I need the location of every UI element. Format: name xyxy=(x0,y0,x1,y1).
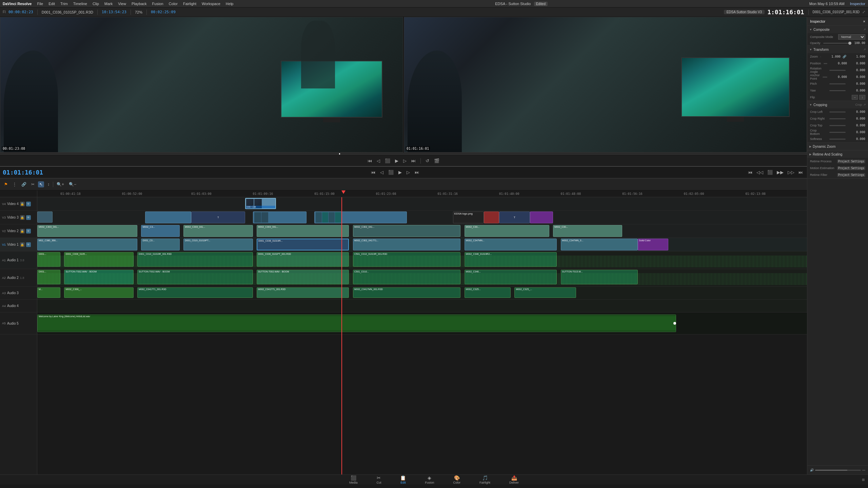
position-slider[interactable] xyxy=(824,63,827,64)
tl-snap-btn[interactable]: ⋮ xyxy=(11,181,18,187)
bottom-tab-color[interactable]: 🎨 Color xyxy=(451,474,463,486)
menu-timeline[interactable]: Timeline xyxy=(73,2,87,6)
clip-v3-2[interactable] xyxy=(145,211,191,223)
crop-bottom-slider[interactable] xyxy=(829,132,846,133)
composite-expand[interactable]: ↗ xyxy=(863,28,866,31)
dynamic-zoom-section-header[interactable]: ▶ Dynamic Zoom xyxy=(807,143,868,150)
clip-v3-quad[interactable] xyxy=(314,211,407,223)
tl-btn-prev[interactable]: ◁ xyxy=(379,169,385,176)
clip-v1-3[interactable]: D001_C019_01019PT... xyxy=(183,239,253,250)
track-content[interactable]: 01:00:41:18 01:00:52:00 01:01:03:00 01:0… xyxy=(37,190,807,474)
clip-v2-6[interactable]: M002_C30... xyxy=(465,225,549,237)
flip-v-btn[interactable]: ↕ xyxy=(859,95,865,100)
menu-edit[interactable]: Edit xyxy=(48,2,55,6)
clip-v2-3[interactable]: M002_C303_041... xyxy=(183,225,253,237)
studio-selector[interactable]: EDSA Sutton Studio V3 xyxy=(724,10,765,14)
menu-fusion[interactable]: Fusion xyxy=(152,2,163,6)
transform-expand[interactable]: ↗ xyxy=(863,48,866,51)
viewer-btn-next-mark[interactable]: ⏭ xyxy=(410,158,417,164)
app-name[interactable]: DaVinci Resolve xyxy=(3,2,32,6)
menu-fairlight[interactable]: Fairlight xyxy=(183,2,196,6)
bottom-tab-fairlight[interactable]: 🎵 Fairlight xyxy=(477,474,493,486)
clip-v1-6[interactable]: M002_C347MN... xyxy=(465,239,557,250)
clip-a3-2[interactable]: M002_C308_... xyxy=(64,287,133,298)
track-v1-lock[interactable]: 🔒 xyxy=(20,242,25,247)
clip-a3-5[interactable]: M002_C0417MN_001.R3D xyxy=(353,287,461,298)
track-v2-vis[interactable]: 👁 xyxy=(26,229,31,233)
retime-process-select[interactable]: Project Settings xyxy=(837,160,865,163)
menu-playback[interactable]: Playback xyxy=(132,2,147,6)
anchor-slider[interactable] xyxy=(823,77,827,78)
tl-btn-r4[interactable]: ⏭ xyxy=(797,169,804,176)
clip-v3-title2[interactable]: T xyxy=(499,211,530,223)
tl-btn-stop[interactable]: ⬛ xyxy=(387,169,395,176)
opacity-slider[interactable] xyxy=(823,43,852,44)
clip-a3-1[interactable]: M... xyxy=(37,287,60,298)
tl-btn-end[interactable]: ⏭ xyxy=(413,169,420,176)
menu-trim[interactable]: Trim xyxy=(60,2,68,6)
scrubber-bar[interactable] xyxy=(0,152,807,155)
softness-slider[interactable] xyxy=(829,139,846,140)
clip-v3-dark[interactable] xyxy=(484,211,499,223)
tl-cursor-btn[interactable]: ↕ xyxy=(46,181,51,187)
clip-v1-selected[interactable]: D001_C036_01019R... xyxy=(257,239,349,250)
transform-section-header[interactable]: ▼ Transform ↗ xyxy=(807,46,868,53)
crop-right-slider[interactable] xyxy=(829,118,846,119)
tl-btn-r-play[interactable]: ▶▶ xyxy=(775,169,785,176)
clip-a5-main[interactable]: Welcome by Laine King (Welcome) ArtistLi… xyxy=(37,314,676,332)
menu-color[interactable]: Color xyxy=(169,2,178,6)
clip-a3-4[interactable]: M002_C041771_001.R3D xyxy=(257,287,349,298)
menu-clip[interactable]: Clip xyxy=(93,2,99,6)
clip-v2-1[interactable]: M002_C303_041... xyxy=(37,225,137,237)
tl-btn-start[interactable]: ⏮ xyxy=(370,169,377,176)
tl-zoom-in[interactable]: 🔍+ xyxy=(55,181,65,187)
viewer-btn-stop[interactable]: ⬛ xyxy=(383,158,392,164)
flip-h-btn[interactable]: ↔ xyxy=(852,95,858,100)
viewer-btn-prev-mark[interactable]: ⏮ xyxy=(366,158,373,164)
crop-top-slider[interactable] xyxy=(829,125,846,126)
track-v1-vis[interactable]: 👁 xyxy=(26,242,31,247)
clip-v3-3[interactable] xyxy=(253,211,307,223)
zoom-slider-x[interactable] xyxy=(821,56,821,57)
clip-a3-6[interactable]: M002_C325... xyxy=(465,287,511,298)
menu-view[interactable]: View xyxy=(118,2,126,6)
cropping-expand[interactable]: ↗ xyxy=(863,103,866,106)
clip-v3-title[interactable]: T xyxy=(191,211,245,223)
track-v3-lock[interactable]: 🔒 xyxy=(20,215,25,220)
clip-v3-logo[interactable]: EDSA logo.png xyxy=(453,211,484,223)
viewer-left[interactable]: 00:01:23:08 xyxy=(0,17,403,152)
track-v2-lock[interactable]: 🔒 xyxy=(20,229,25,233)
clip-a3-3[interactable]: M002_C041771_001.R3D xyxy=(137,287,253,298)
bottom-tab-edit[interactable]: 📋 Edit xyxy=(397,474,409,486)
pitch-slider[interactable] xyxy=(829,83,846,84)
clip-v2-4[interactable]: M002_C303_041... xyxy=(257,225,349,237)
tl-flag-btn[interactable]: ⚑ xyxy=(3,181,9,187)
clip-v3-color[interactable] xyxy=(530,211,553,223)
track-v4-vis[interactable]: 👁 xyxy=(26,202,31,206)
bottom-tab-deliver[interactable]: 📤 Deliver xyxy=(507,474,521,486)
crop-left-slider[interactable] xyxy=(829,111,846,113)
rotation-slider[interactable] xyxy=(829,70,846,71)
composite-section-header[interactable]: ▼ Composite ↗ xyxy=(807,26,868,33)
menu-file[interactable]: File xyxy=(37,2,43,6)
toolbar-icon-expand[interactable]: ⤢ xyxy=(862,10,865,14)
bottom-tab-fusion[interactable]: ◈ Fusion xyxy=(422,474,437,486)
retime-section-header[interactable]: ▶ Retime And Scaling xyxy=(807,150,868,158)
retime-filter-select[interactable]: Project Settings xyxy=(837,173,865,177)
track-v3-vis[interactable]: 👁 xyxy=(26,215,31,220)
motion-est-select[interactable]: Project Settings xyxy=(837,166,865,170)
menu-help[interactable]: Help xyxy=(226,2,234,6)
clip-v2-2[interactable]: M002_C3... xyxy=(141,225,180,237)
tl-btn-play[interactable]: ▶ xyxy=(397,169,403,176)
viewer-right[interactable]: 01:01:16:01 xyxy=(404,17,807,152)
track-v4-lock[interactable]: 🔒 xyxy=(20,202,25,206)
bottom-tab-media[interactable]: ⬛ Media xyxy=(347,474,360,486)
inspector-volume-slider[interactable] xyxy=(815,470,861,471)
inspector-close[interactable]: × xyxy=(863,19,865,23)
tl-btn-r2[interactable]: ◁◁ xyxy=(755,169,765,176)
clip-v3-thumb[interactable] xyxy=(37,211,53,223)
zoom-link-icon[interactable]: 🔗 xyxy=(843,55,846,58)
viewer-btn-prev-frame[interactable]: ◁ xyxy=(375,158,381,164)
clip-v2-7[interactable]: M002_C30... xyxy=(553,225,622,237)
clip-v1-7[interactable]: M002_C347MN_0... xyxy=(561,239,638,250)
